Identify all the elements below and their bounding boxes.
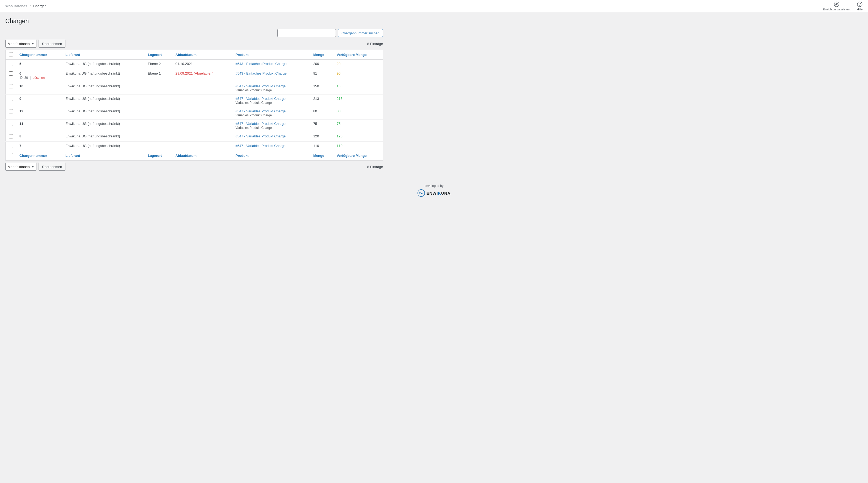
breadcrumb-parent-link[interactable]: Woo Batches [5,4,27,8]
verfuegbare-menge-value: 20 [337,62,340,66]
row-checkbox-cell [6,94,17,107]
row-checkbox[interactable] [9,144,13,148]
header-menge-link[interactable]: Menge [313,53,324,57]
table-header-row: Chargennummer Lieferant Lagerort Ablaufd… [6,50,383,60]
lieferant-cell: Enwikuna UG (haftungsbeschränkt) [62,60,145,69]
bulk-action-select-bottom[interactable]: Mehrfaktionen Löschen [5,163,36,171]
header-menge: Menge [310,50,334,60]
menge-value: 80 [313,109,317,113]
footer-chargennummer-link[interactable]: Chargennummer [20,153,47,158]
produkt-link[interactable]: #547 - Variables Produkt Charge [236,122,307,126]
lieferant-cell: Enwikuna UG (haftungsbeschränkt) [62,69,145,82]
footer-ablaufdatum-link[interactable]: Ablaufdatum [176,153,196,158]
row-checkbox[interactable] [9,84,13,88]
row-checkbox[interactable] [9,97,13,101]
bottom-toolbar-left: Mehrfaktionen Löschen Übernehmen [5,163,65,171]
footer-lieferant: Lieferant [62,151,145,161]
table-row: 5 Enwikuna UG (haftungsbeschränkt) Ebene… [6,60,383,69]
footer-developed-by: developed by [5,184,863,188]
header-lieferant-link[interactable]: Lieferant [65,53,80,57]
footer: developed by ENWIKUNA [0,176,868,203]
apply-button[interactable]: Übernehmen [38,40,65,48]
produkt-cell: #547 - Variables Produkt Charge Variable… [232,94,310,107]
header-lagerort-link[interactable]: Lagerort [148,53,162,57]
row-checkbox-cell [6,60,17,69]
menge-value: 150 [313,84,319,88]
footer-produkt-link[interactable]: Produkt [236,153,249,158]
footer-verfuegbare-menge-link[interactable]: Verfügbare Menge [337,153,367,158]
produkt-link[interactable]: #543 - Einfaches Produkt Charge [236,62,307,66]
footer-logo: ENWIKUNA [417,189,451,197]
apply-button-bottom[interactable]: Übernehmen [38,163,65,171]
lieferant-cell: Enwikuna UG (haftungsbeschränkt) [62,142,145,151]
menge-value: 213 [313,97,319,101]
charges-table: Chargennummer Lieferant Lagerort Ablaufd… [5,50,383,161]
delete-link[interactable]: Löschen [33,76,45,80]
chargennummer-value: 5 [20,62,21,66]
lieferant-value: Enwikuna UG (haftungsbeschränkt) [65,134,120,138]
lieferant-cell: Enwikuna UG (haftungsbeschränkt) [62,119,145,132]
verfuegbare-menge-cell: 120 [334,132,383,142]
chargennummer-value: 7 [20,144,21,148]
select-all-checkbox[interactable] [9,52,13,56]
menge-cell: 200 [310,60,334,69]
produkt-link[interactable]: #543 - Einfaches Produkt Charge [236,72,307,75]
produkt-link[interactable]: #547 - Variables Produkt Charge [236,144,307,148]
footer-menge-link[interactable]: Menge [313,153,324,158]
produkt-link[interactable]: #547 - Variables Produkt Charge [236,97,307,101]
help-action[interactable]: Hilfe [857,1,863,11]
chargennummer-value: 8 [20,134,21,138]
produkt-cell: #547 - Variables Produkt Charge [232,142,310,151]
produkt-link[interactable]: #547 - Variables Produkt Charge [236,109,307,113]
footer-lieferant-link[interactable]: Lieferant [65,153,80,158]
produkt-cell: #543 - Einfaches Produkt Charge [232,69,310,82]
verfuegbare-menge-cell: 110 [334,142,383,151]
lagerort-cell: Ebene 2 [145,60,172,69]
menge-cell: 91 [310,69,334,82]
row-id: ID: 80 [20,76,28,80]
lagerort-value: Ebene 1 [148,72,161,75]
lagerort-cell: Ebene 1 [145,69,172,82]
menge-cell: 80 [310,107,334,119]
row-checkbox[interactable] [9,134,13,138]
lieferant-value: Enwikuna UG (haftungsbeschränkt) [65,84,120,88]
menge-value: 91 [313,72,317,75]
chargennummer-cell: 6 ID: 80 | Löschen [16,69,62,82]
header-ablaufdatum: Ablaufdatum [172,50,232,60]
menge-cell: 213 [310,94,334,107]
svg-point-5 [419,193,420,194]
lieferant-value: Enwikuna UG (haftungsbeschränkt) [65,144,120,148]
header-ablaufdatum-link[interactable]: Ablaufdatum [176,53,196,57]
row-checkbox[interactable] [9,62,13,66]
row-checkbox[interactable] [9,109,13,113]
bottom-toolbar: Mehrfaktionen Löschen Übernehmen 8 Eintr… [5,163,383,171]
row-checkbox[interactable] [9,122,13,126]
header-verfuegbare-menge-link[interactable]: Verfügbare Menge [337,53,367,57]
footer-logo-text: ENWIKUNA [427,191,451,195]
select-all-footer-checkbox[interactable] [9,153,13,158]
ablaufdatum-cell [172,132,232,142]
row-sep: | [30,76,31,80]
header-chargennummer-link[interactable]: Chargennummer [20,53,47,57]
bulk-action-select[interactable]: Mehrfaktionen Löschen [5,40,36,48]
search-input[interactable] [277,29,336,37]
header-produkt-link[interactable]: Produkt [236,53,249,57]
table-body: 5 Enwikuna UG (haftungsbeschränkt) Ebene… [6,60,383,151]
chargennummer-value: 9 [20,97,21,101]
verfuegbare-menge-value: 150 [337,84,343,88]
lieferant-cell: Enwikuna UG (haftungsbeschränkt) [62,107,145,119]
row-checkbox[interactable] [9,72,13,76]
search-button[interactable]: Chargennummer suchen [338,29,383,37]
produkt-link[interactable]: #547 - Variables Produkt Charge [236,134,307,138]
ablaufdatum-cell [172,142,232,151]
table-footer-row: Chargennummer Lieferant Lagerort Ablaufd… [6,151,383,161]
produkt-link[interactable]: #547 - Variables Produkt Charge [236,84,307,88]
verfuegbare-menge-value: 80 [337,109,340,113]
lieferant-value: Enwikuna UG (haftungsbeschränkt) [65,97,120,101]
verfuegbare-menge-value: 75 [337,122,340,126]
footer-verfuegbare-menge: Verfügbare Menge [334,151,383,161]
setup-wizard-action[interactable]: Einrichtungsassistent [823,1,850,11]
footer-lagerort-link[interactable]: Lagerort [148,153,162,158]
chargennummer-cell: 8 [16,132,62,142]
footer-produkt: Produkt [232,151,310,161]
